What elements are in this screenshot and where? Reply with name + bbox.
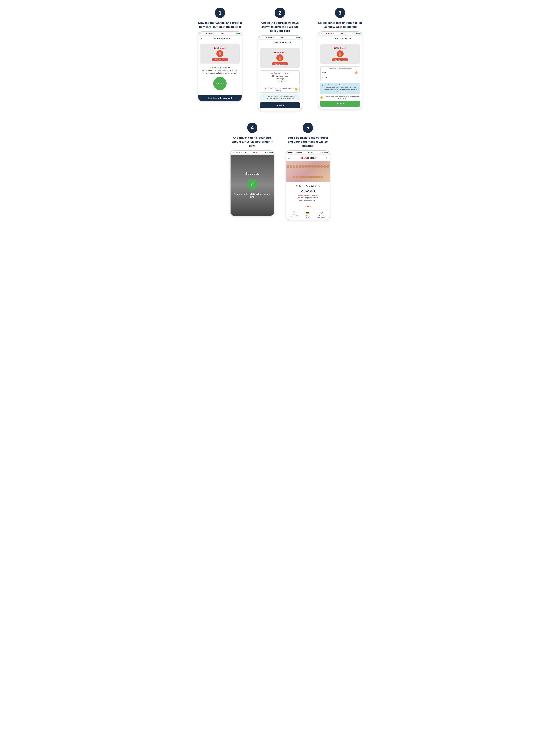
step-5-col: 5 You'll go back to the carousel and you… <box>286 123 330 220</box>
step-2-number: 2 <box>275 8 285 18</box>
info-box-blue-3: ℹ Please contact us if you spot any unus… <box>320 83 360 94</box>
battery-icon-5 <box>324 152 328 153</box>
phone-header-1: ✕ Lost or stolen card <box>198 36 242 42</box>
phone-body-1: TESCO bank 🔒 Card blocked This card is n… <box>198 42 242 95</box>
confirm-cancel-row: I confirm that I want to cancel this car… <box>320 96 360 99</box>
account-activity-icon: 📋 <box>292 211 296 215</box>
info-circle-icon: ⓘ <box>318 185 319 188</box>
step-5-phone: ●●●●○ TESCO ◈ 09:41 ✈ ✦ ☰ TESCO Bank ≡ <box>286 150 330 220</box>
status-right-1: ✈ ✦ <box>232 33 240 35</box>
back-button-3[interactable]: ← <box>320 37 323 40</box>
continue-button-2[interactable]: Continue <box>260 102 300 108</box>
tesco-logo-2: TESCO bank <box>274 51 286 53</box>
continue-button-3[interactable]: Continue <box>320 101 360 107</box>
phone-header-2: ← Order a new card <box>258 40 302 46</box>
carousel-coins <box>286 161 330 182</box>
coin <box>287 165 289 168</box>
status-bar-4: ●●●●○ TESCO ◈ 09:41 ✈ ✦ <box>231 151 274 155</box>
balance-amount: £952.48 <box>288 189 327 194</box>
lock-icon-1: 🔒 <box>217 50 223 57</box>
account-management-label: Account management <box>317 215 326 218</box>
success-screen: Success ✓ Your new card should be with y… <box>231 155 274 216</box>
status-left-4: ●●●●○ TESCO ◈ <box>232 152 246 153</box>
card-blocked-badge-3: Card blocked <box>332 58 348 62</box>
status-center-2: 09:41 <box>281 37 286 39</box>
step-2-phone: ●●●●○ TESCO ◈ 09:41 ✈ ✦ ← Order a new ca… <box>258 35 302 111</box>
battery-icon-2 <box>296 37 300 38</box>
unblock-button[interactable]: Unblock <box>213 77 227 90</box>
success-message: Your new card should be with you within … <box>235 193 270 198</box>
close-button-1[interactable]: ✕ <box>200 37 202 40</box>
step-3-title: Select either lost or stolen to let us k… <box>318 21 362 29</box>
step-4-col: 4 And that's it done. Your card should a… <box>230 123 274 216</box>
card-blocked-badge-2: Card blocked <box>272 62 288 65</box>
hamburger-icon[interactable]: ☰ <box>288 156 291 159</box>
reason-option-stolen[interactable]: Stolen <box>322 75 358 80</box>
confirm-cancel-radio[interactable] <box>320 96 323 99</box>
confirm-cancel-text: I confirm that I want to cancel this car… <box>324 96 360 99</box>
phone-header-3: ← Order a new card <box>318 36 362 42</box>
step-2-title: Check the address we have shown is corre… <box>258 21 302 33</box>
header-title-3: Order a new card <box>324 37 360 40</box>
menu-icon[interactable]: ≡ <box>326 156 328 159</box>
status-bar-3: ●●●●○ TESCO ◈ 09:41 ✈ ✦ <box>318 32 362 36</box>
step-5-title: You'll go back to the carousel and your … <box>286 136 330 148</box>
account-management-icon: ⚙ <box>320 211 323 215</box>
nav-account-activity[interactable]: 📋 Account activity <box>289 211 299 218</box>
tesco-bank-logo-main: TESCO Bank <box>301 156 316 160</box>
nav-make-payment[interactable]: 💳 Make a payment <box>303 211 312 218</box>
make-payment-icon: 💳 <box>306 211 310 215</box>
confirm-address-row[interactable]: I confirm that the address shown above i… <box>260 86 300 93</box>
card-area-3: TESCO bank 🔒 Card blocked <box>320 44 360 64</box>
cancel-order-button[interactable]: Cancel and order a new card <box>198 95 242 101</box>
reason-lost-radio[interactable] <box>355 71 358 74</box>
info-text-3a: Please contact us if you spot any unusua… <box>324 84 358 88</box>
address-text: 22, Haymarket Yards Edinburgh EH12 5BH <box>262 75 298 83</box>
status-bar-1: ●●●●○ TESCO ◈ 09:41 ✈ ✦ <box>198 32 242 36</box>
step-1-number: 1 <box>215 8 225 18</box>
info-text-3b: Any additional card holders will also ha… <box>324 89 358 93</box>
header-title-1: Lost or stolen card <box>202 37 240 40</box>
card-info-area: Clubcard Credit Card ⓘ £952.48 Available… <box>286 182 330 204</box>
card-area-1: TESCO bank 🔒 Card blocked <box>200 44 240 64</box>
card-number-row: **** **** **** 7891 <box>288 200 327 201</box>
dot-2-active <box>307 206 309 207</box>
status-right-5: ✈ ✦ <box>320 152 328 153</box>
payments-due: You have no payments due <box>288 197 327 199</box>
carousel-screen: ☰ TESCO Bank ≡ <box>286 155 330 220</box>
info-text-2: If your address is incorrect you should … <box>263 95 298 100</box>
reason-stolen-radio[interactable] <box>355 76 358 79</box>
step-3-number: 3 <box>335 8 345 18</box>
status-left-2: ●●●●○ TESCO ◈ <box>260 37 274 39</box>
step-4-phone: ●●●●○ TESCO ◈ 09:41 ✈ ✦ Success ✓ Your n… <box>230 150 274 216</box>
battery-icon-3 <box>356 33 360 34</box>
clubcard-title: Clubcard Credit Card ⓘ <box>288 185 327 188</box>
back-button-2[interactable]: ← <box>260 41 263 44</box>
steps-row-bottom: 4 And that's it done. Your card should a… <box>192 123 368 220</box>
reason-option-lost[interactable]: Lost <box>322 70 358 75</box>
status-right-2: ✈ ✦ <box>292 37 300 39</box>
status-bar-2: ●●●●○ TESCO ◈ 09:41 ✈ ✦ <box>258 36 302 40</box>
confirm-address-radio[interactable] <box>295 88 298 91</box>
address-label: We'll post your card to: <box>262 72 298 74</box>
make-payment-label: Make a payment <box>303 215 312 218</box>
status-right-4: ✈ ✦ <box>265 152 272 153</box>
step-3-col: 3 Select either lost or stolen to let us… <box>312 8 368 109</box>
dot-3-accent <box>310 206 311 207</box>
step-1-title: Now tap the 'Cancel and order a new card… <box>198 21 242 29</box>
confirm-address-text: I confirm that the address shown above i… <box>262 87 295 91</box>
status-left-1: ●●●●○ TESCO ◈ <box>200 33 214 35</box>
address-section: We'll post your card to: 22, Haymarket Y… <box>260 70 300 85</box>
info-icon-2: ℹ <box>262 95 263 98</box>
phone-body-3: TESCO bank 🔒 Card blocked Reason for rep… <box>318 42 362 109</box>
battery-icon-4 <box>269 152 272 153</box>
status-bar-5: ●●●●○ TESCO ◈ 09:41 ✈ ✦ <box>286 151 330 155</box>
reason-stolen-text: Stolen <box>322 76 328 78</box>
reason-label: Reason for replacing your card: <box>322 68 358 70</box>
tesco-logo-3: TESCO bank <box>334 47 346 49</box>
step-2-col: 2 Check the address we have shown is cor… <box>252 8 308 111</box>
step-4-title: And that's it done. Your card should arr… <box>230 136 274 148</box>
nav-account-management[interactable]: ⚙ Account management <box>317 211 326 218</box>
step-1-col: 1 Now tap the 'Cancel and order a new ca… <box>192 8 248 101</box>
battery-icon-1 <box>236 33 240 34</box>
